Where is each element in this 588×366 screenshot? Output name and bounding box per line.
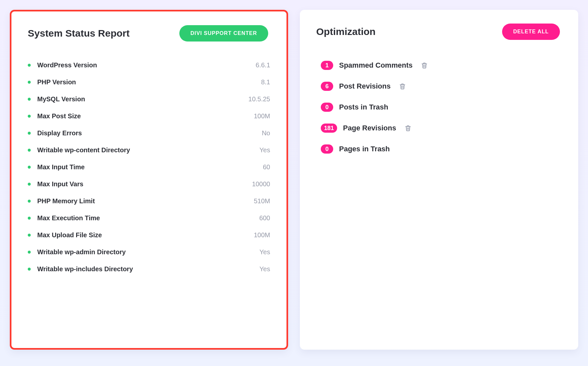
- status-label: Max Input Time: [37, 163, 263, 171]
- status-ok-icon: [28, 64, 31, 67]
- optimization-label: Spammed Comments: [339, 61, 413, 70]
- system-status-card: System Status Report Divi Support Center…: [10, 10, 288, 350]
- status-row: Writable wp-admin DirectoryYes: [28, 243, 270, 260]
- trash-icon[interactable]: [403, 124, 413, 133]
- status-label: Display Errors: [37, 129, 262, 137]
- optimization-label: Post Revisions: [339, 82, 391, 91]
- system-status-title: System Status Report: [28, 28, 130, 39]
- status-ok-icon: [28, 149, 31, 152]
- system-status-header: System Status Report Divi Support Center: [28, 25, 270, 42]
- status-value: 10000: [252, 180, 270, 188]
- optimization-label: Pages in Trash: [339, 145, 390, 153]
- optimization-header: Optimization Delete All: [316, 24, 562, 40]
- divi-support-center-button[interactable]: Divi Support Center: [179, 25, 268, 42]
- optimization-row: 1Spammed Comments: [321, 55, 562, 76]
- status-label: Writable wp-includes Directory: [37, 265, 259, 273]
- status-label: Max Post Size: [37, 112, 254, 120]
- optimization-title: Optimization: [316, 26, 376, 37]
- optimization-row: 0Pages in Trash: [321, 139, 562, 159]
- count-badge: 1: [321, 61, 333, 70]
- status-ok-icon: [28, 183, 31, 186]
- status-row: Max Input Vars10000: [28, 175, 270, 192]
- status-row: PHP Memory Limit510M: [28, 192, 270, 209]
- status-value: 100M: [254, 112, 270, 120]
- status-row: Writable wp-includes DirectoryYes: [28, 260, 270, 277]
- status-label: PHP Version: [37, 78, 261, 86]
- status-ok-icon: [28, 132, 31, 135]
- status-label: MySQL Version: [37, 95, 248, 103]
- optimization-row: 181Page Revisions: [321, 118, 562, 139]
- status-ok-icon: [28, 200, 31, 203]
- system-status-list: WordPress Version6.6.1PHP Version8.1MySQ…: [28, 57, 270, 277]
- optimization-list: 1Spammed Comments6Post Revisions0Posts i…: [316, 55, 562, 159]
- status-value: 600: [259, 214, 270, 222]
- count-badge: 0: [321, 144, 333, 154]
- count-badge: 0: [321, 103, 333, 112]
- status-label: Max Upload File Size: [37, 231, 254, 239]
- status-label: PHP Memory Limit: [37, 197, 254, 205]
- status-label: Max Input Vars: [37, 180, 252, 188]
- status-value: Yes: [259, 146, 270, 154]
- status-ok-icon: [28, 217, 31, 220]
- status-row: Writable wp-content DirectoryYes: [28, 141, 270, 158]
- status-row: WordPress Version6.6.1: [28, 57, 270, 74]
- optimization-card: Optimization Delete All 1Spammed Comment…: [300, 10, 578, 350]
- count-badge: 6: [321, 82, 333, 91]
- status-value: 10.5.25: [248, 95, 270, 103]
- status-ok-icon: [28, 268, 31, 271]
- optimization-row: 6Post Revisions: [321, 76, 562, 97]
- status-label: Max Execution Time: [37, 214, 259, 222]
- status-row: Max Execution Time600: [28, 209, 270, 226]
- status-value: 8.1: [261, 78, 270, 86]
- status-value: Yes: [259, 265, 270, 273]
- status-label: WordPress Version: [37, 61, 256, 69]
- trash-icon[interactable]: [420, 61, 429, 70]
- status-row: Max Upload File Size100M: [28, 226, 270, 243]
- count-badge: 181: [321, 124, 337, 133]
- status-ok-icon: [28, 234, 31, 237]
- optimization-label: Page Revisions: [343, 124, 396, 132]
- status-value: 510M: [254, 197, 270, 205]
- status-row: PHP Version8.1: [28, 74, 270, 91]
- status-value: 100M: [254, 231, 270, 239]
- trash-icon[interactable]: [398, 82, 407, 91]
- status-ok-icon: [28, 81, 31, 84]
- status-ok-icon: [28, 98, 31, 101]
- optimization-row: 0Posts in Trash: [321, 97, 562, 118]
- status-label: Writable wp-admin Directory: [37, 248, 259, 256]
- optimization-label: Posts in Trash: [339, 103, 388, 111]
- status-ok-icon: [28, 166, 31, 169]
- status-ok-icon: [28, 115, 31, 118]
- status-row: Display ErrorsNo: [28, 125, 270, 141]
- status-label: Writable wp-content Directory: [37, 146, 259, 154]
- status-ok-icon: [28, 251, 31, 254]
- status-value: No: [262, 129, 270, 137]
- delete-all-button[interactable]: Delete All: [502, 24, 560, 40]
- status-row: Max Input Time60: [28, 158, 270, 175]
- status-value: Yes: [259, 248, 270, 256]
- status-value: 6.6.1: [256, 61, 270, 69]
- status-value: 60: [263, 163, 270, 171]
- status-row: Max Post Size100M: [28, 108, 270, 125]
- status-row: MySQL Version10.5.25: [28, 91, 270, 108]
